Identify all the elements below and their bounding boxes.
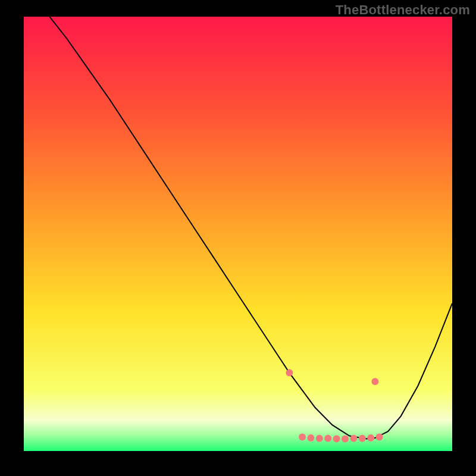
source-attribution: TheBottlenecker.com <box>336 2 470 18</box>
chart-marker <box>371 378 378 385</box>
chart-svg <box>24 17 452 451</box>
chart-marker <box>286 369 293 377</box>
chart-marker <box>299 434 306 441</box>
gradient-background <box>24 17 452 451</box>
chart-marker <box>316 435 323 442</box>
chart-marker <box>367 434 374 441</box>
plot-area <box>24 17 452 451</box>
chart-marker <box>359 435 366 442</box>
chart-marker <box>376 434 383 441</box>
chart-marker <box>350 435 357 442</box>
chart-marker <box>324 435 331 442</box>
chart-marker <box>333 436 340 443</box>
chart-container: TheBottlenecker.com <box>0 0 476 476</box>
chart-marker <box>342 436 349 443</box>
chart-marker <box>307 434 314 441</box>
